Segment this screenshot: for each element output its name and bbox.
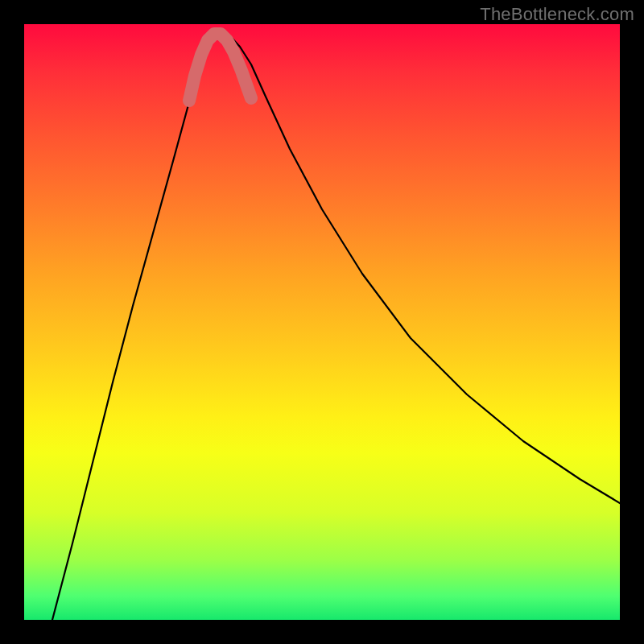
plot-area [24,24,620,620]
chart-svg [24,24,620,620]
valley-highlight-path [189,34,251,101]
main-curve-path [52,32,620,620]
watermark-text: TheBottleneck.com [480,4,634,25]
